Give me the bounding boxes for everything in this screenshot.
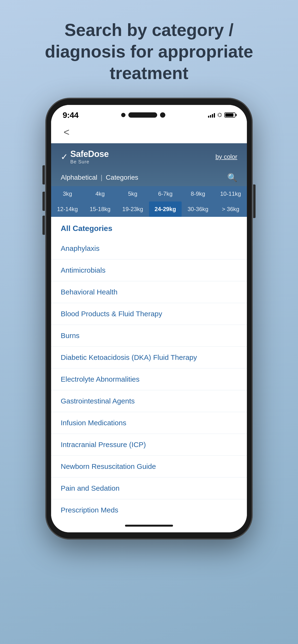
camera-dot-left bbox=[121, 113, 125, 117]
nav-divider: | bbox=[101, 174, 102, 181]
weight-tab[interactable]: 19-23kg bbox=[116, 202, 149, 217]
weight-tab[interactable]: 8-9kg bbox=[182, 186, 214, 202]
list-item[interactable]: Electrolyte Abnormalities bbox=[51, 368, 247, 390]
status-bar: 9:44 ⌬ bbox=[51, 105, 247, 123]
list-item[interactable]: Prescription Meds bbox=[51, 499, 247, 521]
battery-fill bbox=[225, 113, 233, 117]
list-item[interactable]: Infusion Medications bbox=[51, 412, 247, 434]
tab-categories[interactable]: Categories bbox=[106, 174, 138, 181]
list-item[interactable]: Anaphylaxis bbox=[51, 238, 247, 260]
category-name: Burns bbox=[61, 332, 79, 340]
list-item[interactable]: Burns bbox=[51, 325, 247, 347]
list-item[interactable]: Gastrointestinal Agents bbox=[51, 390, 247, 412]
nav-tabs: Alphabetical | Categories bbox=[61, 174, 138, 181]
back-button[interactable]: < bbox=[61, 126, 72, 139]
logo-check-icon: ✓ bbox=[61, 152, 68, 162]
weight-tab[interactable]: 30-36kg bbox=[182, 202, 214, 217]
battery-icon bbox=[224, 112, 235, 118]
list-item[interactable]: Intracranial Pressure (ICP) bbox=[51, 434, 247, 456]
list-item[interactable]: Behavioral Health bbox=[51, 281, 247, 303]
weight-tab[interactable]: 10-11kg bbox=[214, 186, 247, 202]
home-indicator-bar bbox=[125, 525, 173, 526]
list-item[interactable]: Blood Products & Fluid Therapy bbox=[51, 303, 247, 325]
home-indicator bbox=[51, 521, 247, 532]
page-title: Search by category / diagnosis for appro… bbox=[29, 19, 269, 84]
app-brand-row: ✓ SafeDose Be Sure by color bbox=[61, 149, 237, 164]
wifi-icon: ⌬ bbox=[217, 112, 222, 118]
status-time: 9:44 bbox=[63, 110, 78, 120]
category-name: Newborn Resuscitation Guide bbox=[61, 462, 156, 470]
phone-shell: 9:44 ⌬ < bbox=[46, 98, 252, 539]
weight-row-1: 3kg4kg5kg6-7kg8-9kg10-11kg bbox=[51, 186, 247, 202]
weight-tab[interactable]: 5kg bbox=[116, 186, 149, 202]
category-name: Pain and Sedation bbox=[61, 484, 119, 492]
weight-row-2: 12-14kg15-18kg19-23kg24-29kg30-36kg> 36k… bbox=[51, 202, 247, 217]
by-color-link[interactable]: by color bbox=[215, 153, 237, 160]
category-name: Diabetic Ketoacidosis (DKA) Fluid Therap… bbox=[61, 354, 197, 361]
weight-tab[interactable]: 15-18kg bbox=[84, 202, 116, 217]
signal-bars-icon bbox=[208, 112, 215, 118]
app-header: ✓ SafeDose Be Sure by color Alphabetical… bbox=[51, 143, 247, 186]
weight-tab[interactable]: 4kg bbox=[84, 186, 116, 202]
all-categories-title: All Categories bbox=[61, 224, 112, 233]
category-name: Anaphylaxis bbox=[61, 244, 100, 252]
weight-tab[interactable]: 6-7kg bbox=[149, 186, 182, 202]
search-icon[interactable]: 🔍 bbox=[227, 173, 237, 182]
camera-area bbox=[121, 112, 165, 118]
weight-tabs-container: 3kg4kg5kg6-7kg8-9kg10-11kg 12-14kg15-18k… bbox=[51, 186, 247, 217]
nav-bar: < bbox=[51, 123, 247, 143]
list-item[interactable]: Pain and Sedation bbox=[51, 478, 247, 499]
logo-tagline: Be Sure bbox=[70, 159, 109, 164]
list-item[interactable]: Diabetic Ketoacidosis (DKA) Fluid Therap… bbox=[51, 347, 247, 368]
category-name: Blood Products & Fluid Therapy bbox=[61, 310, 162, 318]
tab-alphabetical[interactable]: Alphabetical bbox=[61, 174, 97, 181]
camera-dot-right bbox=[160, 112, 165, 118]
list-item[interactable]: Antimicrobials bbox=[51, 260, 247, 281]
app-logo: ✓ SafeDose Be Sure bbox=[61, 149, 109, 164]
logo-text-group: SafeDose Be Sure bbox=[70, 149, 109, 164]
category-name: Behavioral Health bbox=[61, 288, 117, 296]
categories-section: All Categories AnaphylaxisAntimicrobials… bbox=[51, 217, 247, 521]
all-categories-header: All Categories bbox=[51, 217, 247, 238]
list-item[interactable]: Newborn Resuscitation Guide bbox=[51, 456, 247, 478]
page-header: Search by category / diagnosis for appro… bbox=[0, 0, 298, 98]
category-name: Prescription Meds bbox=[61, 506, 118, 514]
app-nav-row: Alphabetical | Categories 🔍 bbox=[61, 170, 237, 186]
weight-tab[interactable]: > 36kg bbox=[214, 202, 247, 217]
category-list: AnaphylaxisAntimicrobialsBehavioral Heal… bbox=[51, 238, 247, 521]
weight-tab[interactable]: 24-29kg bbox=[149, 202, 182, 217]
category-name: Infusion Medications bbox=[61, 419, 126, 427]
category-name: Gastrointestinal Agents bbox=[61, 397, 135, 405]
phone-screen: 9:44 ⌬ < bbox=[51, 105, 247, 532]
weight-tab[interactable]: 3kg bbox=[51, 186, 84, 202]
category-name: Electrolyte Abnormalities bbox=[61, 375, 139, 383]
weight-tab[interactable]: 12-14kg bbox=[51, 202, 84, 217]
speaker-pill bbox=[128, 112, 157, 118]
category-name: Antimicrobials bbox=[61, 266, 106, 274]
category-name: Intracranial Pressure (ICP) bbox=[61, 440, 146, 448]
status-icons: ⌬ bbox=[208, 112, 235, 118]
logo-safedose: SafeDose bbox=[70, 149, 109, 159]
